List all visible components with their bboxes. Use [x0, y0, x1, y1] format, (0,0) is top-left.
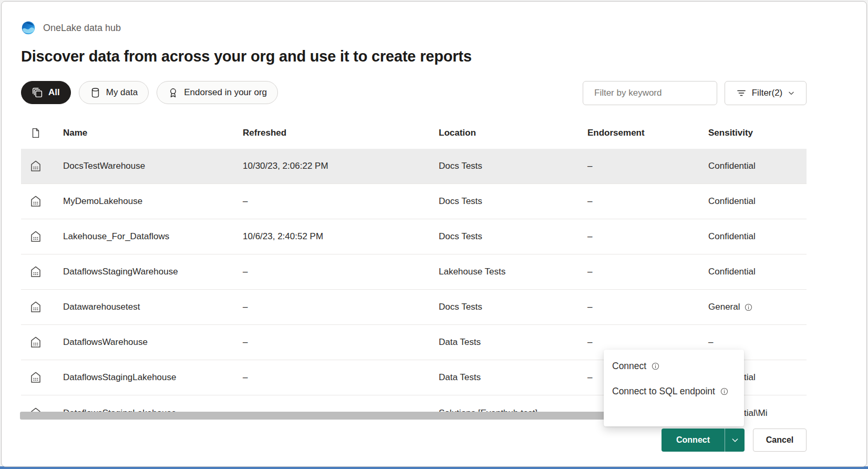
dialog-title: OneLake data hub [43, 23, 121, 34]
connect-context-menu: Connect Connect to SQL endpoint [604, 350, 744, 426]
lakehouse-icon [29, 335, 43, 349]
row-location: Docs Tests [439, 231, 482, 242]
lakehouse-icon [29, 300, 43, 314]
row-name: DocsTestWarehouse [63, 161, 145, 171]
column-header-sensitivity[interactable]: Sensitivity [708, 128, 753, 138]
table-row[interactable]: MyDemoLakehouse – Docs Tests – Confident… [21, 184, 807, 219]
table-row[interactable]: Datawarehousetest – Docs Tests – General [21, 290, 807, 325]
row-name: Datawarehousetest [63, 302, 140, 312]
row-endorsement: – [587, 372, 592, 383]
chevron-down-icon [788, 89, 795, 97]
table-header-row: Name Refreshed Location Endorsement Sens… [21, 121, 807, 145]
row-refreshed: – [243, 372, 247, 383]
pill-label: All [48, 87, 60, 98]
table-row[interactable]: DocsTestWarehouse 10/30/23, 2:06:22 PM D… [21, 149, 807, 184]
lakehouse-icon [29, 371, 43, 384]
search-input[interactable] [594, 88, 710, 98]
row-endorsement: – [587, 161, 592, 171]
menu-item-connect-sql-endpoint[interactable]: Connect to SQL endpoint [604, 379, 744, 403]
pill-label: My data [106, 87, 138, 98]
filter-pill-all[interactable]: All [21, 81, 71, 104]
connect-button[interactable]: Connect [662, 429, 725, 452]
row-endorsement: – [587, 196, 592, 207]
cancel-button[interactable]: Cancel [753, 429, 807, 452]
row-endorsement: – [587, 231, 592, 242]
row-refreshed: 10/30/23, 2:06:22 PM [243, 161, 328, 171]
filter-pill-group: All My data Endorsed in your org [21, 81, 278, 104]
menu-item-label: Connect to SQL endpoint [612, 386, 715, 397]
item-type-column-icon-wrap [28, 127, 43, 139]
connect-split-button: Connect [662, 429, 745, 452]
menu-item-label: Connect [612, 361, 646, 372]
row-endorsement: – [587, 337, 592, 348]
row-location: Docs Tests [439, 302, 482, 312]
stack-icon [32, 87, 43, 98]
onelake-data-hub-dialog: OneLake data hub Discover data from acro… [1, 1, 867, 467]
row-sensitivity: Confidential [708, 267, 756, 277]
filter-pill-endorsed[interactable]: Endorsed in your org [157, 81, 278, 104]
row-location: Data Tests [439, 337, 481, 348]
lakehouse-icon [29, 265, 43, 279]
column-header-refreshed[interactable]: Refreshed [243, 128, 286, 138]
pill-label: Endorsed in your org [184, 87, 267, 98]
info-icon[interactable] [720, 387, 729, 396]
page-background: OneLake data hub Discover data from acro… [0, 0, 868, 469]
row-name: DataflowsStagingLakehouse [63, 372, 176, 383]
row-sensitivity: General [708, 302, 740, 312]
lakehouse-icon [29, 230, 43, 243]
menu-item-connect[interactable]: Connect [604, 354, 744, 378]
filter-pill-my-data[interactable]: My data [79, 81, 149, 104]
column-header-name[interactable]: Name [63, 128, 87, 138]
keyword-search [583, 81, 717, 105]
column-header-endorsement[interactable]: Endorsement [587, 128, 645, 138]
row-endorsement: – [587, 302, 592, 312]
page-heading: Discover data from across your org and u… [21, 48, 472, 65]
lakehouse-icon [29, 159, 43, 173]
filter-button-label: Filter(2) [752, 88, 783, 98]
row-refreshed: – [243, 196, 247, 207]
row-refreshed: – [243, 302, 247, 312]
row-sensitivity: Confidential [708, 231, 756, 242]
row-refreshed: – [243, 267, 247, 277]
connect-dropdown-button[interactable] [725, 429, 745, 452]
filter-button[interactable]: Filter(2) [725, 81, 807, 105]
row-endorsement: – [587, 267, 592, 277]
document-icon [30, 127, 42, 139]
row-refreshed: – [243, 337, 247, 348]
row-name: MyDemoLakehouse [63, 196, 142, 207]
onelake-logo-icon [21, 21, 36, 35]
row-refreshed: 10/6/23, 2:40:52 PM [243, 231, 323, 242]
row-name: Lakehouse_For_Dataflows [63, 231, 169, 242]
row-location: Docs Tests [439, 196, 482, 207]
horizontal-scrollbar[interactable] [20, 412, 676, 420]
ribbon-icon [168, 87, 179, 98]
table-row[interactable]: Lakehouse_For_Dataflows 10/6/23, 2:40:52… [21, 219, 807, 254]
filter-icon [736, 88, 747, 98]
table-row[interactable]: DataflowsStagingWarehouse – Lakehouse Te… [21, 254, 807, 290]
dialog-header: OneLake data hub [21, 21, 121, 35]
row-sensitivity: Confidential [708, 161, 756, 171]
database-icon [90, 87, 101, 98]
row-location: Data Tests [439, 372, 481, 383]
row-sensitivity: – [708, 337, 713, 348]
column-header-location[interactable]: Location [439, 128, 476, 138]
row-name: DataflowsWarehouse [63, 337, 148, 348]
info-icon[interactable] [744, 303, 753, 312]
info-icon[interactable] [651, 362, 660, 371]
lakehouse-icon [29, 195, 43, 208]
chevron-down-icon [731, 436, 739, 444]
row-sensitivity: Confidential [708, 196, 756, 207]
row-location: Docs Tests [439, 161, 482, 171]
row-location: Lakehouse Tests [439, 267, 505, 277]
row-name: DataflowsStagingWarehouse [63, 267, 178, 277]
